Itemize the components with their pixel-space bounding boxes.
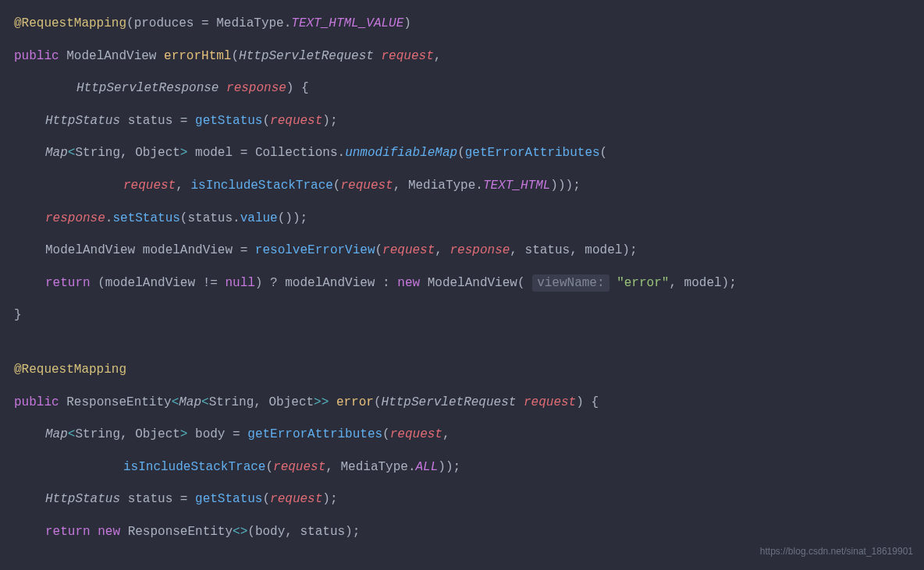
inline-hint: viewName:	[532, 274, 609, 292]
constant: TEXT_HTML	[483, 179, 550, 193]
variable: modelAndView	[105, 276, 195, 290]
keyword: null	[225, 276, 254, 290]
generic-type: String	[209, 395, 254, 409]
generic-type: String	[75, 427, 120, 441]
arg: model	[585, 243, 622, 257]
class-ref: Collections	[255, 146, 338, 160]
arg: request	[340, 179, 393, 193]
generic-type: Map	[179, 395, 201, 409]
code-line: request, isIncludeStackTrace(request, Me…	[14, 170, 910, 203]
annotation: @RequestMapping	[14, 363, 126, 377]
watermark-text: https://blog.csdn.net/sinat_18619901	[760, 540, 913, 564]
method-call: resolveErrorView	[255, 243, 375, 257]
param: request	[524, 395, 576, 409]
arg: request	[270, 492, 322, 506]
code-editor[interactable]: @RequestMapping(produces = MediaType.TEX…	[14, 8, 910, 549]
arg: request	[270, 114, 322, 128]
code-line: response.setStatus(status.value());	[14, 203, 910, 235]
method-call: getStatus	[195, 114, 262, 128]
param-key: produces	[134, 16, 194, 30]
generic-type: Object	[135, 427, 180, 441]
param-type: HttpServletResponse	[76, 81, 219, 95]
type: ModelAndView	[45, 243, 135, 257]
method-call: getErrorAttributes	[247, 427, 382, 441]
arg: request	[390, 427, 442, 441]
code-line: Map<String, Object> body = getErrorAttri…	[14, 419, 910, 451]
arg: model	[684, 276, 722, 290]
keyword: new	[98, 525, 120, 539]
variable: body	[195, 427, 225, 441]
generic-type: Object	[135, 146, 180, 160]
return-type: ResponseEntity	[66, 395, 171, 409]
type: Map	[45, 146, 68, 160]
method-name: error	[336, 395, 374, 409]
variable: modelAndView	[285, 276, 375, 290]
variable: status	[187, 211, 233, 225]
code-line: }	[14, 299, 910, 332]
class-ref: MediaType	[340, 460, 407, 474]
param-type: HttpServletRequest	[239, 49, 374, 63]
method-name: errorHtml	[164, 49, 231, 63]
keyword: return	[45, 525, 91, 539]
variable: response	[45, 211, 105, 225]
code-line: ModelAndView modelAndView = resolveError…	[14, 235, 910, 267]
keyword: public	[14, 395, 59, 409]
code-line: HttpStatus status = getStatus(request);	[14, 483, 910, 516]
arg: request	[123, 179, 176, 193]
variable: model	[195, 146, 233, 160]
blank-line	[14, 332, 910, 354]
arg: response	[450, 243, 510, 257]
code-line: isIncludeStackTrace(request, MediaType.A…	[14, 451, 910, 484]
arg: request	[273, 460, 325, 474]
generic-type: String	[75, 146, 120, 160]
keyword: public	[14, 49, 59, 63]
string-literal: "error"	[617, 276, 669, 290]
class-ref: ResponseEntity	[128, 525, 233, 539]
type: HttpStatus	[45, 492, 120, 506]
code-line: @RequestMapping(produces = MediaType.TEX…	[14, 8, 910, 41]
keyword: return	[45, 276, 91, 290]
param-type: HttpServletRequest	[382, 395, 517, 409]
code-line: public ResponseEntity<Map<String, Object…	[14, 387, 910, 420]
code-line: public ModelAndView errorHtml(HttpServle…	[14, 41, 910, 73]
method-call: setStatus	[112, 211, 179, 225]
variable: status	[128, 492, 173, 506]
annotation: @RequestMapping	[14, 16, 126, 30]
type: Map	[45, 427, 68, 441]
variable: status	[128, 114, 173, 128]
method-call: unmodifiableMap	[345, 146, 457, 160]
arg: status	[525, 243, 570, 257]
method-call: isIncludeStackTrace	[123, 460, 265, 474]
arg: status	[300, 525, 345, 539]
type: HttpStatus	[45, 114, 120, 128]
param: response	[226, 81, 286, 95]
arg: request	[382, 243, 435, 257]
code-line: HttpServletResponse response) {	[14, 73, 910, 105]
constant: ALL	[416, 460, 439, 474]
method-call: getStatus	[195, 492, 262, 506]
keyword: new	[397, 276, 420, 290]
class-ref: MediaType	[408, 179, 475, 193]
param: request	[382, 49, 434, 63]
variable: modelAndView	[143, 243, 233, 257]
code-line: @RequestMapping	[14, 354, 910, 387]
code-line: Map<String, Object> model = Collections.…	[14, 137, 910, 170]
method-call: isIncludeStackTrace	[190, 179, 332, 193]
constant: TEXT_HTML_VALUE	[291, 16, 403, 30]
class-ref: ModelAndView	[428, 276, 517, 290]
return-type: ModelAndView	[66, 49, 156, 63]
method-call: value	[240, 211, 278, 225]
generic-type: Object	[268, 395, 314, 409]
code-line: HttpStatus status = getStatus(request);	[14, 105, 910, 138]
class-ref: MediaType	[216, 16, 283, 30]
code-line: return (modelAndView != null) ? modelAnd…	[14, 267, 910, 300]
arg: body	[255, 525, 285, 539]
method-call: getErrorAttributes	[465, 146, 600, 160]
